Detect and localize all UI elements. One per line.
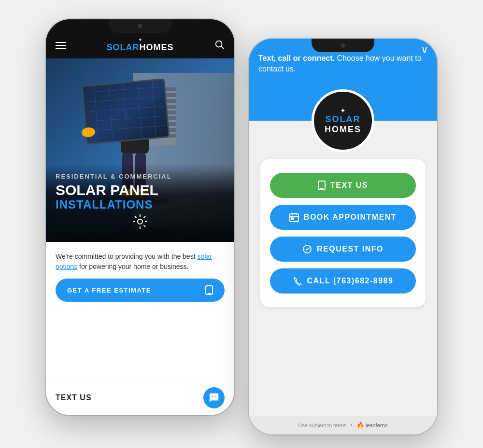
phone-2: ∨ Text, call or connect. Choose how you … xyxy=(249,39,437,434)
phone-2-content: ∨ Text, call or connect. Choose how you … xyxy=(249,39,437,434)
hero-subtitle: RESIDENTIAL & COMMERCIAL xyxy=(56,173,225,180)
phone-2-logo-circle: ✦ SOLAR HOMES xyxy=(312,89,374,152)
search-icon[interactable] xyxy=(214,39,225,52)
phone-2-card: TEXT US BOOK APPOINTMENT xyxy=(260,159,426,307)
text-us-button[interactable]: TEXT US xyxy=(270,173,416,198)
phone-2-footer: Use subject to terms • 🔥 leadferno xyxy=(249,416,437,434)
footer-terms: Use subject to terms xyxy=(298,422,346,428)
svg-line-47 xyxy=(144,216,146,218)
phone-2-body: TEXT US BOOK APPOINTMENT xyxy=(249,121,437,416)
text-us-circle-button[interactable] xyxy=(203,387,225,408)
footer-separator: • xyxy=(351,422,353,429)
phone-1-notch-dot xyxy=(138,24,142,28)
svg-point-0 xyxy=(216,41,222,47)
svg-point-40 xyxy=(138,219,142,224)
get-free-estimate-button[interactable]: GET A FREE ESTIMATE xyxy=(56,279,225,302)
logo-star-icon: ✦ xyxy=(138,38,142,42)
phone-2-notch-dot xyxy=(341,43,345,48)
phone-2-logo-solar: SOLAR xyxy=(326,114,361,125)
text-us-btn-label: TEXT US xyxy=(330,181,368,190)
free-estimate-label: GET A FREE ESTIMATE xyxy=(67,287,151,294)
phone-2-logo-area: ✦ SOLAR HOMES xyxy=(249,84,437,121)
phone-2-logo-star-icon: ✦ xyxy=(340,107,346,114)
phone-1: ✦ SOLARHOMES xyxy=(46,19,234,415)
phone-1-notch xyxy=(109,19,171,33)
headline-bold: Text, call or connect. xyxy=(258,54,335,62)
svg-line-1 xyxy=(221,46,224,49)
scene: ✦ SOLARHOMES xyxy=(27,0,456,448)
hero-title: SOLAR PANEL xyxy=(56,182,225,198)
hamburger-menu-icon[interactable] xyxy=(56,42,66,49)
solar-options-link[interactable]: solar options xyxy=(56,252,212,270)
logo-solar: SOLAR xyxy=(106,42,139,52)
svg-line-45 xyxy=(135,216,137,218)
chevron-down-icon[interactable]: ∨ xyxy=(421,43,428,56)
leadferno-name: leadferno xyxy=(366,422,388,428)
phone-2-headline: Text, call or connect. Choose how you wa… xyxy=(258,53,427,75)
request-info-button[interactable]: REQUEST INFO xyxy=(270,237,416,262)
leadferno-brand: 🔥 leadferno xyxy=(356,421,388,429)
phone-1-content: ✦ SOLARHOMES xyxy=(46,19,234,415)
phone-2-notch xyxy=(312,39,374,52)
logo-text: SOLARHOMES xyxy=(106,42,173,53)
call-button[interactable]: CALL (763)682-8989 xyxy=(270,268,416,294)
hero-solar-icon xyxy=(56,214,225,232)
text-us-label: TEXT US xyxy=(56,393,92,402)
hero-accent: INSTALLATIONS xyxy=(56,198,225,211)
call-label: CALL (763)682-8989 xyxy=(307,277,394,285)
leadferno-flame-icon: 🔥 xyxy=(356,421,364,429)
hero-overlay: RESIDENTIAL & COMMERCIAL SOLAR PANEL INS… xyxy=(46,163,234,242)
logo-homes: HOMES xyxy=(139,42,173,52)
request-info-label: REQUEST INFO xyxy=(317,245,384,253)
body-text: We're committed to providing you with th… xyxy=(56,252,225,272)
svg-line-46 xyxy=(144,225,146,227)
book-appointment-label: BOOK APPOINTMENT xyxy=(304,213,397,222)
book-appointment-button[interactable]: BOOK APPOINTMENT xyxy=(270,205,416,230)
phone-2-logo-homes: HOMES xyxy=(325,125,361,135)
phone-1-footer: TEXT US xyxy=(46,380,234,415)
hero-image: RESIDENTIAL & COMMERCIAL SOLAR PANEL INS… xyxy=(46,58,234,242)
solarhomes-logo: ✦ SOLARHOMES xyxy=(106,38,173,53)
phone-1-body: We're committed to providing you with th… xyxy=(46,242,234,380)
svg-rect-56 xyxy=(291,218,293,220)
